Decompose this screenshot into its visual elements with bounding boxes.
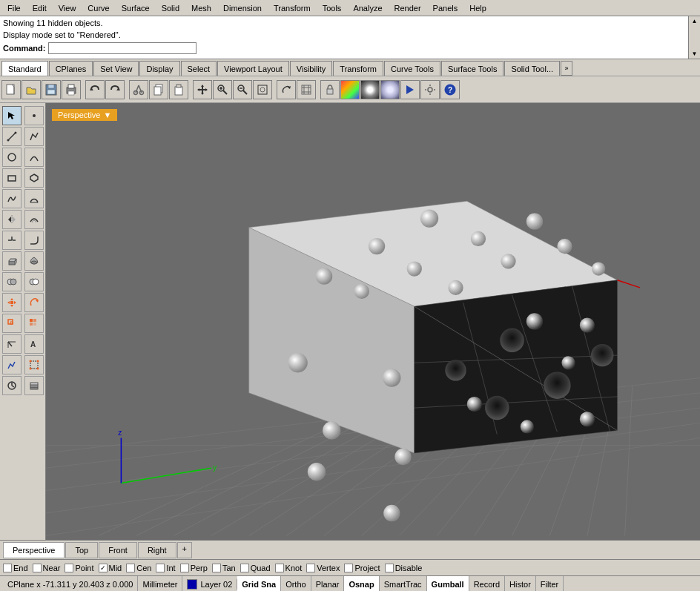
- snap-cen-checkbox[interactable]: [126, 564, 135, 572]
- left-tool-move[interactable]: [2, 293, 22, 312]
- left-tool-dims[interactable]: [2, 334, 22, 354]
- tool-undo[interactable]: [85, 80, 105, 99]
- viewport[interactable]: Perspective ▼: [46, 103, 700, 540]
- tabs-overflow[interactable]: »: [561, 61, 572, 76]
- viewport-tab-perspective[interactable]: Perspective: [3, 542, 65, 558]
- left-tool-boolean-union[interactable]: [2, 272, 22, 291]
- tool-zoom-window[interactable]: [213, 80, 232, 99]
- menu-dimension[interactable]: Dimension: [217, 2, 268, 14]
- left-tool-rotate[interactable]: [24, 293, 44, 312]
- left-tool-history[interactable]: [2, 376, 22, 395]
- menu-tools[interactable]: Tools: [317, 2, 348, 14]
- left-tool-layers[interactable]: [24, 376, 44, 395]
- status-history[interactable]: Histor: [505, 576, 536, 591]
- snap-tan-checkbox[interactable]: [212, 564, 221, 572]
- viewport-tab-front[interactable]: Front: [99, 542, 137, 558]
- left-tool-arc[interactable]: [24, 148, 44, 167]
- left-tool-polygon[interactable]: [24, 168, 44, 188]
- snap-disable-checkbox[interactable]: [385, 564, 394, 572]
- tab-surfacetools[interactable]: Surface Tools: [441, 61, 503, 76]
- status-smarttrack[interactable]: SmartTrac: [380, 576, 427, 591]
- left-tool-text[interactable]: A: [24, 334, 44, 354]
- tool-sphere[interactable]: [360, 80, 380, 99]
- viewport-label-button[interactable]: Perspective ▼: [52, 109, 117, 121]
- snap-point-checkbox[interactable]: [65, 564, 73, 572]
- tab-solidtools[interactable]: Solid Tool...: [504, 61, 560, 76]
- tool-paste[interactable]: [169, 80, 188, 99]
- menu-file[interactable]: File: [1, 2, 27, 14]
- status-filter[interactable]: Filter: [536, 576, 564, 591]
- tool-print[interactable]: [62, 80, 81, 99]
- tool-zoom-out[interactable]: [233, 80, 252, 99]
- tab-display[interactable]: Display: [139, 61, 179, 76]
- status-record[interactable]: Record: [469, 576, 505, 591]
- left-tool-cage-edit[interactable]: [24, 355, 44, 374]
- snap-quad-checkbox[interactable]: [240, 564, 249, 572]
- left-tool-scale[interactable]: [2, 314, 22, 333]
- left-tool-trim[interactable]: [2, 231, 22, 250]
- tool-material[interactable]: [380, 80, 400, 99]
- tab-select[interactable]: Select: [181, 61, 217, 76]
- viewport-tab-add[interactable]: +: [177, 542, 192, 558]
- tool-help[interactable]: ?: [440, 80, 460, 99]
- left-tool-line[interactable]: [2, 127, 22, 146]
- tool-color[interactable]: [340, 80, 360, 99]
- tool-open[interactable]: [22, 80, 41, 99]
- snap-end-checkbox[interactable]: [3, 564, 12, 572]
- command-input[interactable]: [48, 42, 197, 54]
- tool-new[interactable]: [1, 80, 21, 99]
- status-ortho[interactable]: Ortho: [281, 576, 311, 591]
- menu-surface[interactable]: Surface: [116, 2, 156, 14]
- tool-zoom-extents[interactable]: [253, 80, 272, 99]
- status-osnap[interactable]: Osnap: [344, 576, 379, 591]
- tab-curvetools[interactable]: Curve Tools: [384, 61, 440, 76]
- menu-transform[interactable]: Transform: [268, 2, 317, 14]
- tab-visibility[interactable]: Visibility: [290, 61, 333, 76]
- menu-analyze[interactable]: Analyze: [347, 2, 388, 14]
- left-tool-mirror[interactable]: [2, 210, 22, 229]
- left-tool-extrude[interactable]: [2, 251, 22, 271]
- left-tool-select[interactable]: [2, 106, 22, 125]
- left-tool-boolean-diff[interactable]: [24, 272, 44, 291]
- tool-rotate-view[interactable]: [277, 80, 296, 99]
- snap-mid-checkbox[interactable]: [99, 564, 108, 572]
- tab-viewportlayout[interactable]: Viewport Layout: [217, 61, 289, 76]
- left-tool-offset[interactable]: [24, 210, 44, 229]
- snap-knot-checkbox[interactable]: [275, 564, 284, 572]
- tool-redo[interactable]: [105, 80, 125, 99]
- left-tool-array[interactable]: [24, 314, 44, 333]
- snap-project-checkbox[interactable]: [344, 564, 353, 572]
- menu-mesh[interactable]: Mesh: [185, 2, 217, 14]
- menu-view[interactable]: View: [53, 2, 82, 14]
- left-tool-point[interactable]: [24, 106, 44, 125]
- tab-transform[interactable]: Transform: [333, 61, 383, 76]
- viewport-tab-top[interactable]: Top: [65, 542, 98, 558]
- tool-copy[interactable]: [149, 80, 168, 99]
- left-tool-curve-from-edge[interactable]: [24, 189, 44, 208]
- snap-vertex-checkbox[interactable]: [306, 564, 315, 572]
- snap-int-checkbox[interactable]: [156, 564, 165, 572]
- left-tool-revolve[interactable]: [24, 251, 44, 271]
- menu-curve[interactable]: Curve: [82, 2, 115, 14]
- tool-save[interactable]: [42, 80, 61, 99]
- status-grid[interactable]: Grid Sna: [237, 576, 281, 591]
- tab-standard[interactable]: Standard: [1, 61, 48, 76]
- scrollbar-vertical[interactable]: ▲ ▼: [688, 16, 700, 59]
- tool-settings[interactable]: [420, 80, 440, 99]
- left-tool-rectangle[interactable]: [2, 168, 22, 188]
- menu-edit[interactable]: Edit: [27, 2, 53, 14]
- menu-help[interactable]: Help: [463, 2, 492, 14]
- tool-render[interactable]: [400, 80, 420, 99]
- left-tool-circle[interactable]: [2, 148, 22, 167]
- status-gumball[interactable]: Gumball: [427, 576, 469, 591]
- tab-setview[interactable]: Set View: [93, 61, 139, 76]
- tool-grid[interactable]: [297, 80, 316, 99]
- left-tool-fillet[interactable]: [24, 231, 44, 250]
- status-planar[interactable]: Planar: [311, 576, 345, 591]
- left-tool-freeform[interactable]: [2, 189, 22, 208]
- snap-perp-checkbox[interactable]: [180, 564, 189, 572]
- tool-cut[interactable]: [129, 80, 148, 99]
- tool-pan[interactable]: [193, 80, 212, 99]
- viewport-tab-right[interactable]: Right: [138, 542, 176, 558]
- tool-lock[interactable]: [320, 80, 340, 99]
